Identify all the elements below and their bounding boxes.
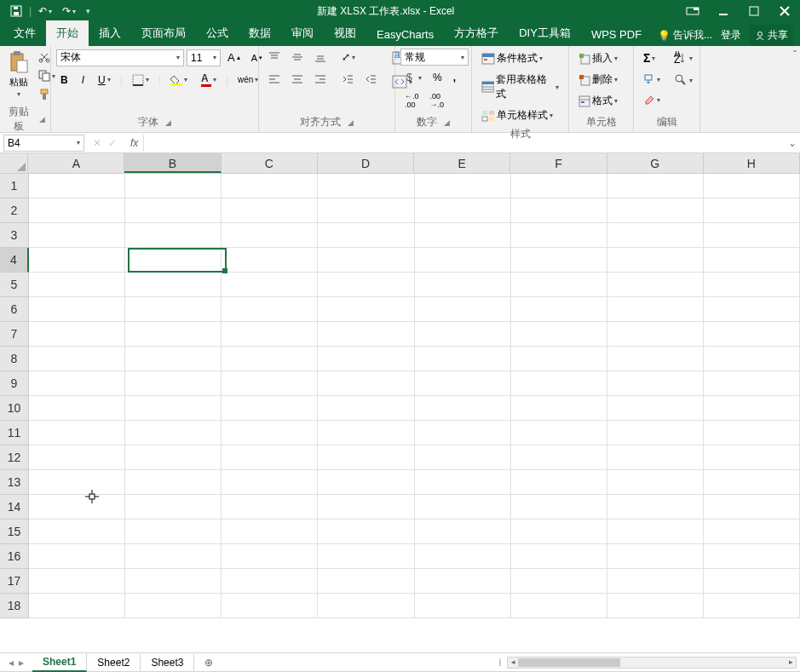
number-launcher[interactable]: ◢ xyxy=(444,118,450,127)
cell[interactable] xyxy=(511,223,607,248)
format-cells-button[interactable]: 格式 ▾ xyxy=(574,91,622,111)
cell[interactable] xyxy=(607,371,704,396)
row-header-10[interactable]: 10 xyxy=(0,396,29,421)
cell[interactable] xyxy=(222,371,318,396)
cell[interactable] xyxy=(607,594,704,618)
cell[interactable] xyxy=(415,223,511,248)
cell[interactable] xyxy=(704,594,800,618)
font-launcher[interactable]: ◢ xyxy=(165,118,171,127)
cell[interactable] xyxy=(222,470,318,495)
scroll-right-arrow[interactable]: ▸ xyxy=(786,658,796,668)
cell[interactable] xyxy=(415,594,511,618)
cell[interactable] xyxy=(704,569,800,594)
font-name-combo[interactable]: 宋体▾ xyxy=(56,49,184,66)
cell[interactable] xyxy=(318,594,414,618)
cell[interactable] xyxy=(29,371,125,396)
row-header-17[interactable]: 17 xyxy=(0,569,29,594)
cell[interactable] xyxy=(415,495,511,520)
fill-color-button[interactable]: ▾ xyxy=(166,72,192,89)
table-format-button[interactable]: 套用表格格式▾ xyxy=(477,70,563,104)
cell[interactable] xyxy=(511,396,607,421)
tell-me[interactable]: 💡 告诉我... xyxy=(658,28,712,43)
row-header-11[interactable]: 11 xyxy=(0,421,29,445)
row-header-18[interactable]: 18 xyxy=(0,594,29,618)
cell[interactable] xyxy=(704,371,800,396)
cell[interactable] xyxy=(125,198,222,223)
cell-area[interactable] xyxy=(29,174,800,652)
cell[interactable] xyxy=(415,322,511,347)
row-header-12[interactable]: 12 xyxy=(0,445,29,470)
tab-review[interactable]: 审阅 xyxy=(281,20,324,46)
cell[interactable] xyxy=(607,322,704,347)
cell[interactable] xyxy=(318,273,414,297)
cell[interactable] xyxy=(222,495,318,520)
cell[interactable] xyxy=(415,520,511,544)
cell[interactable] xyxy=(29,495,125,520)
increase-font-button[interactable]: A▴ xyxy=(223,49,245,66)
row-header-8[interactable]: 8 xyxy=(0,347,29,371)
cell[interactable] xyxy=(29,198,125,223)
decrease-decimal-button[interactable]: .00→.0 xyxy=(426,89,449,112)
redo-button[interactable]: ↷▾ xyxy=(59,3,79,19)
cell[interactable] xyxy=(318,198,414,223)
horizontal-scrollbar[interactable]: ◂ ▸ xyxy=(507,657,797,669)
cell[interactable] xyxy=(222,297,318,322)
tab-file[interactable]: 文件 xyxy=(3,20,46,46)
cell[interactable] xyxy=(318,223,414,248)
cell[interactable] xyxy=(125,396,222,421)
cell[interactable] xyxy=(607,470,704,495)
cell[interactable] xyxy=(607,347,704,371)
cell[interactable] xyxy=(511,594,607,618)
cell[interactable] xyxy=(415,273,511,297)
cell[interactable] xyxy=(29,445,125,470)
cell[interactable] xyxy=(607,223,704,248)
cell[interactable] xyxy=(29,248,125,273)
cell[interactable] xyxy=(415,371,511,396)
cell[interactable] xyxy=(607,421,704,445)
font-color-button[interactable]: A▾ xyxy=(197,70,221,89)
cell[interactable] xyxy=(607,569,704,594)
cell[interactable] xyxy=(125,273,222,297)
fx-icon[interactable]: fx xyxy=(125,137,143,149)
cell[interactable] xyxy=(704,248,800,273)
scroll-thumb[interactable] xyxy=(518,658,620,667)
tab-ffgz[interactable]: 方方格子 xyxy=(444,20,509,46)
login-button[interactable]: 登录 xyxy=(721,28,741,43)
cell[interactable] xyxy=(511,273,607,297)
cell[interactable] xyxy=(607,396,704,421)
share-button[interactable]: 共享 xyxy=(750,25,793,46)
cell[interactable] xyxy=(415,421,511,445)
sheet-tab-1[interactable]: Sheet1 xyxy=(32,653,87,672)
name-box[interactable]: B4▾ xyxy=(3,135,84,152)
new-sheet-button[interactable]: ⊕ xyxy=(194,657,223,669)
cell[interactable] xyxy=(222,520,318,544)
border-button[interactable]: ▾ xyxy=(128,72,153,89)
number-format-combo[interactable]: 常规▾ xyxy=(400,49,469,66)
cell[interactable] xyxy=(607,544,704,569)
ribbon-options-button[interactable] xyxy=(677,0,708,22)
row-header-14[interactable]: 14 xyxy=(0,495,29,520)
cell[interactable] xyxy=(607,198,704,223)
sheet-tab-2[interactable]: Sheet2 xyxy=(87,654,141,671)
enter-formula-icon[interactable]: ✓ xyxy=(108,137,117,149)
col-header-D[interactable]: D xyxy=(318,153,414,173)
sheet-nav-prev[interactable]: ◂ xyxy=(9,657,14,669)
cell[interactable] xyxy=(125,322,222,347)
cell[interactable] xyxy=(415,174,511,198)
orientation-button[interactable]: ⤢▾ xyxy=(337,49,360,66)
increase-indent-button[interactable] xyxy=(360,71,381,88)
maximize-button[interactable] xyxy=(739,0,769,22)
font-size-combo[interactable]: 11▾ xyxy=(187,49,221,66)
cell[interactable] xyxy=(511,174,607,198)
underline-button[interactable]: U▾ xyxy=(94,72,115,89)
cell[interactable] xyxy=(415,347,511,371)
cell[interactable] xyxy=(607,520,704,544)
cell[interactable] xyxy=(511,248,607,273)
cell[interactable] xyxy=(318,248,414,273)
col-header-G[interactable]: G xyxy=(607,153,704,173)
cell[interactable] xyxy=(29,421,125,445)
tab-diy[interactable]: DIY工具箱 xyxy=(509,20,581,46)
cell[interactable] xyxy=(222,544,318,569)
cell[interactable] xyxy=(29,594,125,618)
increase-decimal-button[interactable]: ←.0.00 xyxy=(400,89,423,112)
